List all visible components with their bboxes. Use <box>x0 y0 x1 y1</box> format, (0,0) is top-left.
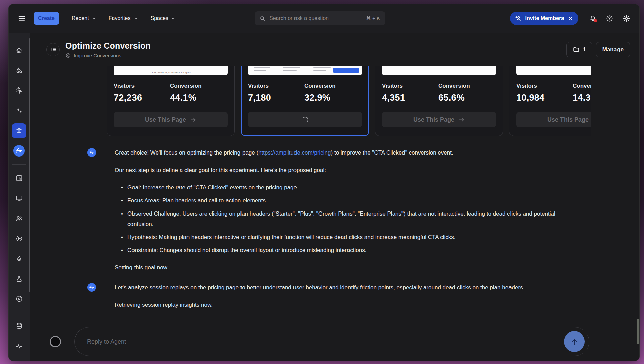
amplitude-agent-avatar <box>87 283 96 292</box>
folder-icon <box>573 46 580 53</box>
goal-bullet-list: Goal: Increase the rate of "CTA Clicked"… <box>115 182 578 255</box>
app-window: Create Recent Favorites Spaces Search or… <box>8 4 640 361</box>
send-button[interactable] <box>564 331 585 352</box>
vertical-scrollbar[interactable] <box>637 319 639 344</box>
visitors-value: 7,180 <box>248 93 304 103</box>
reply-input[interactable] <box>87 338 564 345</box>
autocapture-click-icon[interactable] <box>12 83 26 98</box>
experiments-flask-icon[interactable] <box>12 271 26 286</box>
invite-members-button[interactable]: Invite Members <box>510 12 578 25</box>
agent-robot-icon[interactable] <box>12 123 26 138</box>
page-subtitle: Improve Conversions <box>74 53 121 58</box>
folder-count-button[interactable]: 1 <box>566 42 592 57</box>
pricing-page-link[interactable]: https://amplitude.com/pricing <box>258 149 331 156</box>
message-paragraph: Retrieving session replay insights now. <box>115 300 524 310</box>
conversion-value: 32.9% <box>304 93 361 103</box>
page-card-4[interactable]: Visitors10,984 Conversion14.3% Use This … <box>509 66 591 136</box>
nav-favorites[interactable]: Favorites <box>109 15 138 21</box>
chevron-down-icon <box>171 16 175 21</box>
visitors-label: Visitors <box>114 83 170 89</box>
conversion-label: Conversion <box>304 83 361 89</box>
agent-message-2: Let's analyze session replays on the pri… <box>87 282 639 310</box>
message-paragraph: Our next step is to define a clear goal … <box>115 165 578 175</box>
heatmap-flame-icon[interactable] <box>12 251 26 266</box>
page-cards-carousel: One platform, countless insights Visitor… <box>107 66 591 137</box>
session-replay-icon[interactable] <box>12 231 26 246</box>
close-icon[interactable] <box>568 16 573 21</box>
record-stop-button[interactable] <box>50 336 61 347</box>
ai-sparkles-icon[interactable] <box>12 103 26 118</box>
visitors-value: 72,236 <box>114 93 170 103</box>
message-body: Great choice! We'll focus on optimizing … <box>115 147 578 273</box>
gear-icon[interactable] <box>620 12 633 25</box>
search-input[interactable]: Search or ask a question ⌘ + K <box>255 11 385 25</box>
collapse-panel-icon[interactable] <box>46 43 60 56</box>
arrow-right-icon <box>190 116 197 123</box>
message-paragraph: Let's analyze session replays on the pri… <box>115 282 524 293</box>
thumbnail-cta-chip <box>333 68 359 73</box>
conversion-label: Conversion <box>170 83 226 89</box>
use-this-page-button[interactable]: Use This Page <box>382 112 496 127</box>
activity-pulse-icon[interactable] <box>12 339 26 353</box>
list-item: Goal: Increase the rate of "CTA Clicked"… <box>127 182 578 193</box>
message-paragraph: Setting this goal now. <box>115 262 578 273</box>
create-button[interactable]: Create <box>34 12 59 25</box>
message-body: Let's analyze session replays on the pri… <box>115 282 524 310</box>
composer <box>50 327 639 356</box>
goal-target-icon <box>65 53 71 58</box>
bell-icon[interactable] <box>586 12 599 25</box>
menu-icon[interactable] <box>15 12 28 25</box>
agent-chat-thread: Great choice! We'll focus on optimizing … <box>30 137 639 327</box>
top-navigation-bar: Create Recent Favorites Spaces Search or… <box>9 4 639 33</box>
nav-spaces[interactable]: Spaces <box>151 15 175 21</box>
use-this-page-button[interactable]: Use This Page <box>516 112 591 127</box>
nav-recent[interactable]: Recent <box>72 15 96 21</box>
reply-pill[interactable] <box>74 327 589 356</box>
help-icon[interactable] <box>603 12 616 25</box>
sidebar-divider <box>12 164 26 165</box>
message-paragraph: Great choice! We'll focus on optimizing … <box>115 147 578 158</box>
main-panel: Optimize Conversion Improve Conversions … <box>30 33 639 361</box>
visitors-label: Visitors <box>248 83 304 89</box>
conversion-value: 44.1% <box>170 93 226 103</box>
title-block: Optimize Conversion Improve Conversions <box>65 41 151 58</box>
search-placeholder: Search or ask a question <box>269 15 366 21</box>
use-this-page-button[interactable]: Use This Page <box>114 112 228 127</box>
page-thumbnail: One platform, countless insights <box>114 66 228 75</box>
discover-compass-icon[interactable] <box>12 291 26 306</box>
conversion-value: 65.6% <box>438 93 495 103</box>
amplitude-logo-icon[interactable] <box>12 143 26 158</box>
list-item: Observed Challenge: Users are clicking o… <box>127 208 578 229</box>
dashboards-monitor-icon[interactable] <box>12 191 26 205</box>
left-sidebar <box>9 33 30 361</box>
charts-icon[interactable] <box>12 171 26 185</box>
use-this-page-button-loading[interactable] <box>248 112 362 127</box>
page-title: Optimize Conversion <box>65 41 151 51</box>
loading-spinner-icon <box>302 117 308 123</box>
list-item: Focus Areas: Plan headers and call-to-ac… <box>127 195 578 206</box>
conversion-value: 14.3% <box>573 93 591 103</box>
list-item: Hypothesis: Making plan headers interact… <box>127 232 578 242</box>
topbar-right-cluster: Invite Members <box>510 12 633 25</box>
home-icon[interactable] <box>12 43 26 58</box>
arrow-right-icon <box>458 116 465 123</box>
user-add-icon <box>515 15 522 22</box>
page-thumbnail <box>248 66 362 75</box>
visitors-label: Visitors <box>516 83 573 89</box>
search-icon <box>259 15 266 22</box>
page-card-3[interactable]: Visitors4,351 Conversion65.6% Use This P… <box>375 66 503 136</box>
amplitude-agent-avatar <box>87 148 96 157</box>
chevron-down-icon <box>133 16 138 21</box>
page-card-2-selected[interactable]: Visitors7,180 Conversion32.9% <box>241 66 369 136</box>
sidebar-scrollbar[interactable] <box>29 38 30 292</box>
agent-message-1: Great choice! We'll focus on optimizing … <box>87 147 639 273</box>
page-header: Optimize Conversion Improve Conversions … <box>30 33 639 66</box>
manage-button[interactable]: Manage <box>596 42 630 57</box>
chat-scroll-area: One platform, countless insights Visitor… <box>30 66 639 361</box>
users-icon[interactable] <box>12 211 26 226</box>
data-database-icon[interactable] <box>12 318 26 333</box>
search-shortcut: ⌘ + K <box>366 15 380 21</box>
page-card-1[interactable]: One platform, countless insights Visitor… <box>107 66 235 136</box>
notification-dot <box>594 19 597 22</box>
shapes-icon[interactable] <box>12 63 26 78</box>
